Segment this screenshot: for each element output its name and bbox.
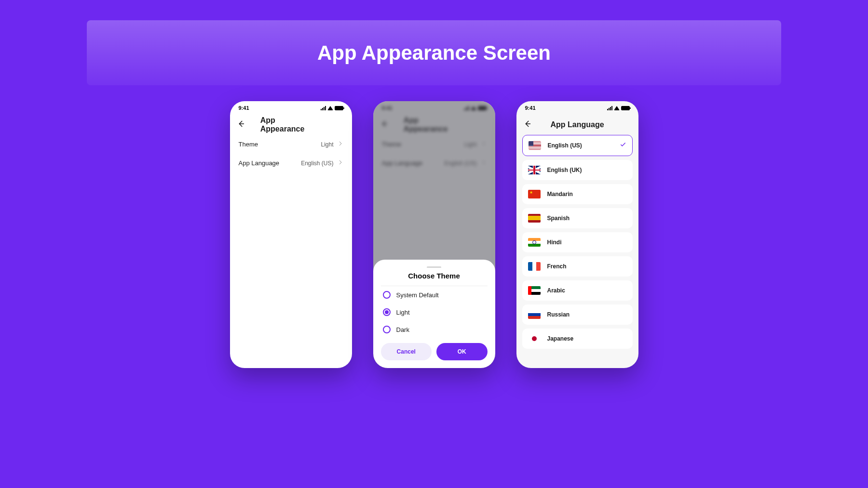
- wifi-icon: [614, 106, 620, 110]
- ok-button[interactable]: OK: [436, 343, 488, 360]
- language-label: Japanese: [547, 335, 574, 342]
- status-icons: [321, 106, 343, 110]
- flag-cn-icon: [528, 190, 541, 198]
- screen-header: App Language: [516, 115, 638, 135]
- radio-label: System Default: [396, 291, 439, 299]
- signal-icon: [607, 106, 612, 110]
- banner-title: App Appearance Screen: [317, 41, 551, 65]
- settings-row-app-language[interactable]: App Language English (US): [230, 154, 352, 172]
- status-bar: 9:41: [230, 101, 352, 115]
- page-banner: App Appearance Screen: [87, 20, 781, 85]
- language-option-es[interactable]: Spanish: [522, 208, 633, 228]
- language-option-us[interactable]: English (US): [522, 135, 633, 156]
- language-label: Hindi: [547, 239, 562, 246]
- flag-jp-icon: [528, 334, 541, 343]
- radio-icon: [383, 291, 391, 299]
- row-value: Light: [321, 141, 333, 148]
- row-label: App Language: [239, 159, 280, 167]
- row-value: English (US): [301, 160, 333, 167]
- status-time: 9:41: [239, 105, 249, 111]
- signal-icon: [321, 106, 326, 110]
- phone-mockups: 9:41 App Appearance Theme Light App Lang…: [0, 101, 868, 368]
- status-icons: [607, 106, 630, 110]
- theme-option-system-default[interactable]: System Default: [381, 286, 488, 303]
- language-label: English (UK): [547, 167, 582, 173]
- screen-title: App Appearance: [260, 116, 322, 133]
- flag-ru-icon: [528, 310, 541, 319]
- back-arrow-icon[interactable]: [237, 119, 245, 130]
- language-label: Mandarin: [547, 191, 573, 198]
- theme-option-light[interactable]: Light: [381, 303, 488, 321]
- language-option-in[interactable]: Hindi: [522, 232, 633, 252]
- language-option-ae[interactable]: Arabic: [522, 280, 633, 301]
- radio-icon: [383, 326, 391, 333]
- radio-label: Light: [396, 309, 410, 316]
- back-arrow-icon[interactable]: [523, 119, 532, 130]
- language-label: English (US): [548, 142, 582, 149]
- flag-us-icon: [529, 141, 541, 150]
- language-label: French: [547, 263, 567, 270]
- language-option-ru[interactable]: Russian: [522, 304, 633, 325]
- language-label: Spanish: [547, 215, 570, 222]
- battery-icon: [335, 106, 343, 110]
- cancel-button[interactable]: Cancel: [381, 343, 432, 360]
- screen-title: App Language: [550, 120, 604, 129]
- language-option-cn[interactable]: Mandarin: [522, 184, 633, 204]
- sheet-handle[interactable]: [427, 266, 441, 268]
- radio-label: Dark: [396, 326, 409, 333]
- phone-theme-sheet: 9:41 App Appearance ThemeLightApp Langua…: [373, 101, 495, 368]
- flag-fr-icon: [528, 262, 541, 271]
- chevron-right-icon: [338, 141, 343, 148]
- flag-uk-icon: [528, 166, 541, 174]
- theme-bottom-sheet: Choose Theme System Default Light Dark C…: [373, 260, 495, 368]
- screen-header: App Appearance: [230, 115, 352, 135]
- chevron-right-icon: [338, 159, 343, 167]
- battery-icon: [621, 106, 630, 110]
- radio-icon: [383, 308, 391, 316]
- flag-es-icon: [528, 214, 541, 223]
- status-time: 9:41: [525, 105, 536, 111]
- theme-option-dark[interactable]: Dark: [381, 321, 488, 338]
- phone-appearance-settings: 9:41 App Appearance Theme Light App Lang…: [230, 101, 352, 368]
- flag-in-icon: [528, 238, 541, 247]
- status-bar: 9:41: [516, 101, 638, 115]
- flag-ae-icon: [528, 286, 541, 295]
- row-label: Theme: [239, 141, 258, 148]
- language-label: Russian: [547, 311, 570, 318]
- settings-row-theme[interactable]: Theme Light: [230, 135, 352, 154]
- language-label: Arabic: [547, 287, 565, 294]
- language-option-uk[interactable]: English (UK): [522, 160, 633, 180]
- phone-language-list: 9:41 App Language English (US) English (…: [516, 101, 638, 368]
- sheet-title: Choose Theme: [381, 272, 488, 286]
- check-icon: [620, 141, 626, 150]
- language-option-fr[interactable]: French: [522, 256, 633, 277]
- wifi-icon: [327, 106, 333, 110]
- language-option-jp[interactable]: Japanese: [522, 329, 633, 349]
